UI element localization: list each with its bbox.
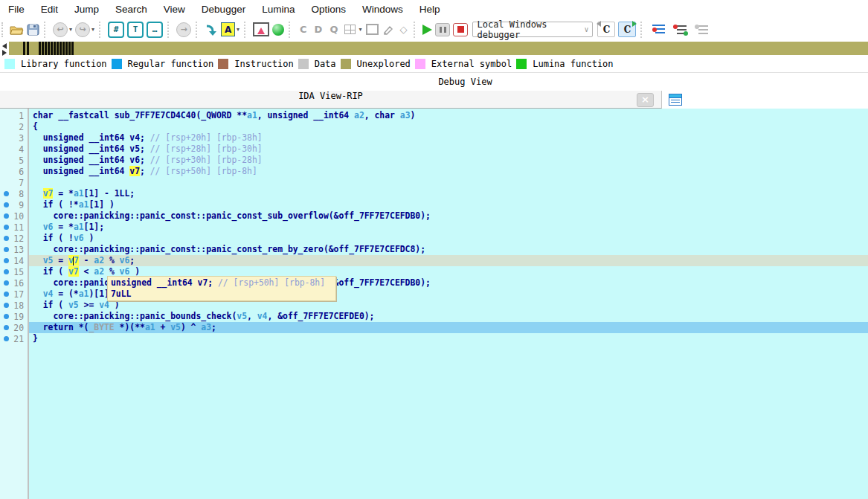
menu-jump[interactable]: Jump (66, 0, 107, 19)
line-bullet-empty[interactable] (4, 124, 9, 129)
save-file-button[interactable] (27, 22, 39, 38)
gutter-line[interactable]: 6 (0, 166, 28, 177)
gutter-line[interactable]: 18 (0, 300, 28, 311)
line-bullet-empty[interactable] (4, 180, 9, 185)
breakpoint-disabled-button[interactable] (692, 22, 711, 38)
jump-forward-button[interactable]: ↪ ▾ (75, 22, 94, 38)
open-file-button[interactable] (10, 22, 24, 38)
gutter-line[interactable]: 16 (0, 277, 28, 289)
line-bullet-icon[interactable] (4, 247, 9, 252)
line-bullet-icon[interactable] (4, 314, 9, 319)
line-bullet-icon[interactable] (4, 202, 9, 207)
navband-left-arrow[interactable] (2, 43, 7, 49)
code-line-3[interactable]: unsigned __int64 v4; // [rsp+20h] [rbp-3… (29, 132, 868, 144)
tab-debug-view[interactable]: Debug View (0, 73, 868, 91)
code-line-9[interactable]: if ( !*a1[1] ) (29, 199, 868, 210)
jump-to-address-button[interactable]: # (108, 22, 124, 38)
chevron-down-icon[interactable]: ▾ (69, 26, 72, 33)
ascii-strings-button[interactable]: A ▾ (221, 22, 239, 38)
suspend-process-button[interactable] (435, 22, 450, 38)
toolbar-grip[interactable] (1, 22, 7, 37)
gutter-line[interactable]: 3 (0, 132, 28, 144)
gutter-line[interactable]: 17 (0, 289, 28, 300)
chevron-down-icon[interactable]: ▾ (91, 26, 94, 33)
continue-process-button[interactable] (422, 22, 432, 38)
chevron-down-icon[interactable]: ▾ (359, 26, 361, 33)
chevron-down-icon[interactable]: ▾ (237, 26, 239, 33)
code-line-13[interactable]: core::panicking::panic_const::panic_cons… (29, 244, 868, 255)
jump-by-list-button[interactable]: … (147, 22, 163, 38)
close-icon[interactable]: × (637, 93, 654, 107)
gutter-line[interactable]: 1 (0, 110, 28, 121)
code-line-8[interactable]: v7 = *a1[1] - 1LL; (29, 188, 868, 199)
code-line-7[interactable] (29, 177, 868, 188)
line-bullet-icon[interactable] (4, 303, 9, 308)
menu-edit[interactable]: Edit (33, 0, 66, 19)
navband-right-arrow[interactable] (2, 50, 7, 56)
gutter-line[interactable]: 2 (0, 121, 28, 132)
line-bullet-icon[interactable] (4, 269, 9, 274)
pseudocode-view[interactable]: 123456789101112131415161718192021 char _… (0, 109, 868, 499)
gutter-line[interactable]: 13 (0, 244, 28, 255)
gutter-line[interactable]: 7 (0, 177, 28, 188)
line-bullet-icon[interactable] (4, 213, 9, 219)
menu-view[interactable]: View (155, 0, 193, 19)
code-line-14[interactable]: v5 = v7 - a2 % v6; (29, 255, 868, 266)
line-bullet-icon[interactable] (4, 191, 9, 196)
gutter-line[interactable]: 8 (0, 188, 28, 199)
gutter-line[interactable]: 9 (0, 199, 28, 210)
menu-search[interactable]: Search (107, 0, 155, 19)
line-bullet-empty[interactable] (4, 113, 9, 118)
code-line-10[interactable]: core::panicking::panic_const::panic_cons… (29, 210, 868, 222)
code-line-12[interactable]: if ( !v6 ) (29, 233, 868, 244)
line-bullet-empty[interactable] (4, 158, 9, 163)
gutter-line[interactable]: 11 (0, 222, 28, 233)
gutter-line[interactable]: 14 (0, 255, 28, 266)
create-callgraph-button[interactable]: C (298, 22, 309, 38)
menu-debugger[interactable]: Debugger (193, 0, 254, 19)
gutter-line[interactable]: 20 (0, 322, 28, 333)
code-line-5[interactable]: unsigned __int64 v6; // [rsp+30h] [rbp-2… (29, 155, 868, 166)
code-line-20[interactable]: return *(_BYTE *)(**a1 + v5) ^ a3; (29, 322, 868, 333)
create-data-button[interactable]: D (312, 22, 325, 38)
debugger-select[interactable]: Local Windows debugger ∨ (472, 22, 593, 37)
window-frame-button[interactable] (364, 22, 380, 38)
menu-file[interactable]: File (0, 0, 33, 19)
compile-c-button[interactable]: C (597, 22, 615, 38)
stop-process-button[interactable] (453, 22, 468, 38)
line-bullet-icon[interactable] (4, 258, 9, 263)
line-bullet-icon[interactable] (4, 336, 9, 341)
line-bullet-icon[interactable] (4, 325, 9, 330)
menu-help[interactable]: Help (411, 0, 449, 19)
breakpoint-list-button[interactable] (649, 22, 668, 38)
code-line-1[interactable]: char __fastcall sub_7FF7E7CD4C40(_QWORD … (29, 110, 868, 121)
quick-compile-c-button[interactable]: C (618, 22, 636, 38)
gutter-line[interactable]: 10 (0, 210, 28, 222)
run-to-window-button[interactable] (253, 22, 269, 38)
gutter-line[interactable]: 4 (0, 144, 28, 155)
grid-add-button[interactable]: ▾ (343, 22, 361, 38)
line-bullet-empty[interactable] (4, 147, 9, 152)
line-bullet-icon[interactable] (4, 292, 9, 297)
menu-lumina[interactable]: Lumina (254, 0, 303, 19)
edit-sketch-button[interactable] (383, 22, 394, 38)
ida-view-title-bar[interactable]: IDA View-RIP × (0, 91, 662, 109)
add-breakpoint-button[interactable] (671, 22, 689, 38)
line-bullet-empty[interactable] (4, 169, 9, 174)
start-process-button[interactable] (272, 22, 284, 38)
code-line-18[interactable]: if ( v5 >= v4 ) (29, 300, 868, 311)
code-line-21[interactable]: } (29, 333, 868, 344)
menu-windows[interactable]: Windows (354, 0, 411, 19)
gutter-line[interactable]: 12 (0, 233, 28, 244)
gutter-line[interactable]: 19 (0, 311, 28, 322)
line-bullet-icon[interactable] (4, 280, 9, 286)
navigation-band[interactable] (9, 42, 868, 55)
menu-options[interactable]: Options (303, 0, 354, 19)
window-icon-secondary[interactable] (669, 94, 682, 106)
code-line-6[interactable]: unsigned __int64 v7; // [rsp+50h] [rbp-8… (29, 166, 868, 177)
gutter-line[interactable]: 5 (0, 155, 28, 166)
code-line-4[interactable]: unsigned __int64 v5; // [rsp+28h] [rbp-3… (29, 144, 868, 155)
code-line-11[interactable]: v6 = *a1[1]; (29, 222, 868, 233)
line-bullet-icon[interactable] (4, 225, 9, 230)
jump-by-name-button[interactable]: T (127, 22, 144, 38)
